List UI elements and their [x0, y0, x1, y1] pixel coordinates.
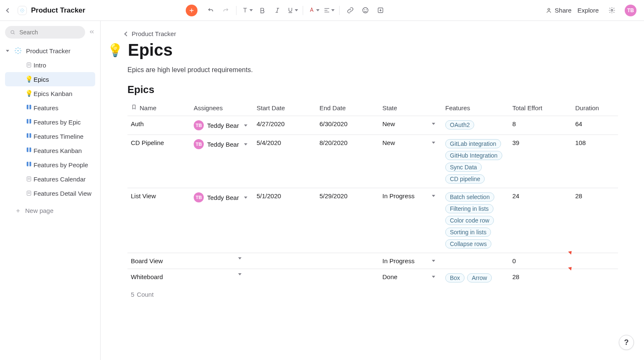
breadcrumb-back-icon[interactable]: [124, 31, 129, 36]
table-row[interactable]: CD PipelineTBTeddy Bear5/4/20208/20/2020…: [127, 135, 618, 188]
cell-duration[interactable]: 64: [572, 116, 618, 135]
app-title[interactable]: Product Tracker: [31, 6, 85, 15]
cell-total[interactable]: 8: [509, 116, 572, 135]
assignee-caret-icon[interactable]: [244, 197, 247, 199]
text-color-dropdown[interactable]: [306, 4, 321, 17]
cell-state[interactable]: New: [379, 135, 442, 188]
link-icon[interactable]: [343, 4, 357, 17]
cell-state[interactable]: New: [379, 116, 442, 135]
add-button[interactable]: [186, 5, 197, 16]
cell-name[interactable]: Auth: [127, 116, 190, 135]
cell-duration[interactable]: 108: [572, 135, 618, 188]
cell-total[interactable]: 28: [509, 269, 572, 287]
search-input[interactable]: [5, 26, 85, 39]
explore-button[interactable]: Explore: [577, 7, 599, 14]
cell-features[interactable]: [442, 253, 509, 269]
sidebar-item-features-kanban[interactable]: Features Kanban: [5, 143, 95, 158]
italic-icon[interactable]: [270, 4, 284, 17]
page-description[interactable]: Epics are high level product requirement…: [127, 66, 610, 74]
feature-tag[interactable]: Color code row: [445, 216, 494, 225]
table-row[interactable]: WhiteboardDoneBoxArrow28: [127, 269, 618, 287]
feature-tag[interactable]: CD pipeline: [445, 174, 485, 184]
page-icon[interactable]: 💡: [107, 43, 123, 57]
col-start[interactable]: Start Date: [253, 100, 316, 116]
cell-duration[interactable]: 28: [572, 188, 618, 253]
col-total[interactable]: Total Effort: [509, 100, 572, 116]
col-assignees[interactable]: Assignees: [190, 100, 253, 116]
sidebar-item-features-detail-view[interactable]: Features Detail View: [5, 186, 95, 200]
state-caret-icon[interactable]: [432, 276, 435, 278]
share-button[interactable]: Share: [545, 7, 571, 14]
feature-tag[interactable]: Box: [445, 273, 465, 282]
sidebar-item-features-by-epic[interactable]: Features by Epic: [5, 115, 95, 129]
text-style-dropdown[interactable]: [240, 4, 254, 17]
col-end[interactable]: End Date: [316, 100, 379, 116]
sidebar-item-features-timeline[interactable]: Features Timeline: [5, 129, 95, 143]
cell-duration[interactable]: [572, 269, 618, 287]
help-button[interactable]: ?: [619, 335, 634, 350]
cell-start[interactable]: 5/1/2020: [253, 188, 316, 253]
back-icon[interactable]: [3, 4, 13, 17]
cell-end[interactable]: [316, 253, 379, 269]
cell-state[interactable]: Done: [379, 269, 442, 287]
cell-assignee[interactable]: [190, 269, 253, 287]
cell-end[interactable]: 6/30/2020: [316, 116, 379, 135]
cell-features[interactable]: GitLab integrationGitHub IntegrationSync…: [442, 135, 509, 188]
cell-name[interactable]: CD Pipeline: [127, 135, 190, 188]
cell-total[interactable]: 39: [509, 135, 572, 188]
feature-tag[interactable]: Sorting in lists: [445, 228, 491, 237]
assignee-caret-icon[interactable]: [244, 124, 247, 127]
sidebar-item-features-calendar[interactable]: Features Calendar: [5, 172, 95, 186]
tree-toggle-icon[interactable]: [6, 50, 9, 52]
cell-features[interactable]: Batch selectionFiltering in listsColor c…: [442, 188, 509, 253]
sidebar-item-features[interactable]: Features: [5, 101, 95, 115]
feature-tag[interactable]: Arrow: [467, 273, 492, 282]
cell-assignee[interactable]: TBTeddy Bear: [190, 135, 253, 188]
assignee-caret-icon[interactable]: [244, 143, 247, 145]
emoji-icon[interactable]: [358, 4, 372, 17]
cell-state[interactable]: In Progress: [379, 253, 442, 269]
user-avatar[interactable]: TB: [625, 5, 636, 16]
align-dropdown[interactable]: [322, 4, 336, 17]
col-state[interactable]: State: [379, 100, 442, 116]
cell-name[interactable]: Whiteboard: [127, 269, 190, 287]
state-caret-icon[interactable]: [432, 123, 435, 125]
cell-name[interactable]: Board View: [127, 253, 190, 269]
cell-name[interactable]: List View: [127, 188, 190, 253]
feature-tag[interactable]: Batch selection: [445, 192, 494, 202]
cell-start[interactable]: 5/4/2020: [253, 135, 316, 188]
bold-icon[interactable]: [255, 4, 269, 17]
cell-assignee[interactable]: [190, 253, 253, 269]
col-name[interactable]: Name: [127, 100, 190, 116]
cell-assignee[interactable]: TBTeddy Bear: [190, 116, 253, 135]
sidebar-root[interactable]: Product Tracker: [5, 44, 95, 58]
sidebar-item-features-by-people[interactable]: Features by People: [5, 158, 95, 172]
cell-start[interactable]: 4/27/2020: [253, 116, 316, 135]
cell-start[interactable]: [253, 253, 316, 269]
new-page-button[interactable]: New page: [5, 203, 95, 214]
assignee-caret-icon[interactable]: [238, 257, 242, 259]
breadcrumb[interactable]: Product Tracker: [125, 30, 610, 37]
underline-icon[interactable]: [285, 4, 299, 17]
cell-end[interactable]: 8/20/2020: [316, 135, 379, 188]
cell-features[interactable]: OAuth2: [442, 116, 509, 135]
feature-tag[interactable]: Collapse rows: [445, 239, 491, 249]
state-caret-icon[interactable]: [432, 142, 435, 144]
cell-features[interactable]: BoxArrow: [442, 269, 509, 287]
cell-end[interactable]: [316, 269, 379, 287]
feature-tag[interactable]: GitLab integration: [445, 139, 501, 148]
cell-total[interactable]: 24: [509, 188, 572, 253]
cell-duration[interactable]: [572, 253, 618, 269]
feature-tag[interactable]: Sync Data: [445, 163, 482, 172]
feature-tag[interactable]: GitHub Integration: [445, 151, 502, 160]
state-caret-icon[interactable]: [432, 260, 435, 262]
sidebar-item-epics-kanban[interactable]: 💡Epics Kanban: [5, 86, 95, 101]
assignee-caret-icon[interactable]: [238, 273, 242, 275]
insert-icon[interactable]: [373, 4, 387, 17]
settings-icon[interactable]: [605, 4, 619, 17]
app-logo[interactable]: [18, 6, 27, 15]
table-row[interactable]: Board ViewIn Progress0: [127, 253, 618, 269]
breadcrumb-label[interactable]: Product Tracker: [132, 30, 176, 37]
feature-tag[interactable]: OAuth2: [445, 120, 474, 129]
cell-start[interactable]: [253, 269, 316, 287]
